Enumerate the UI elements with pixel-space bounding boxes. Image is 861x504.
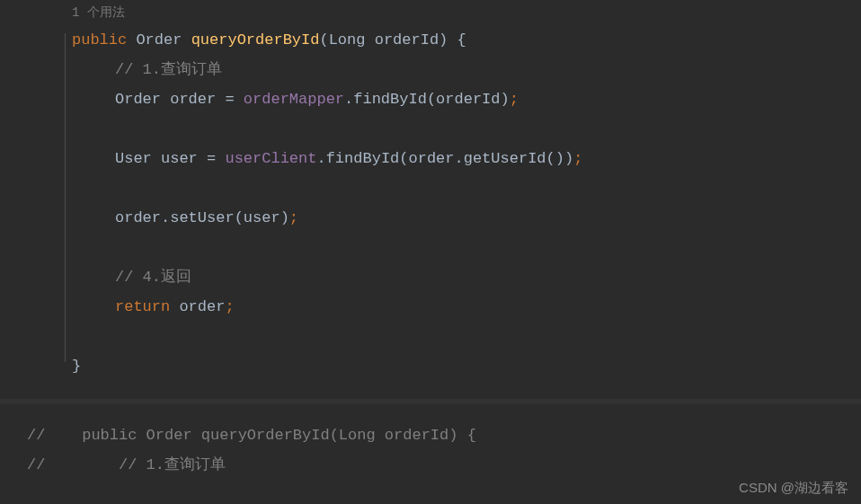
- code-line: order.setUser(user);: [0, 203, 861, 233]
- paren: (: [235, 209, 244, 226]
- local-type: User: [115, 150, 152, 167]
- code-line: // 4.返回: [0, 262, 861, 292]
- paren: (: [399, 150, 408, 167]
- dot: .: [344, 91, 353, 108]
- field-ref: userClient: [225, 150, 316, 167]
- return-type: Order: [136, 31, 182, 49]
- param-name: orderId: [375, 31, 439, 49]
- semicolon: ;: [573, 150, 582, 167]
- blank-line: [0, 114, 861, 144]
- paren: ): [501, 91, 510, 108]
- eq: =: [198, 150, 226, 167]
- method-call: findById: [326, 150, 400, 167]
- return-var: order: [179, 298, 225, 315]
- dot: .: [161, 209, 170, 226]
- method-separator: [0, 399, 861, 404]
- method-call: findById: [353, 91, 427, 108]
- param-type: Long: [329, 31, 366, 49]
- local-var: order: [170, 91, 216, 108]
- local-type: Order: [115, 91, 161, 108]
- semicolon: ;: [289, 209, 298, 226]
- usage-hint[interactable]: 1 个用法: [0, 0, 861, 25]
- code-line-commented: // // 1.查询订单: [0, 450, 861, 480]
- paren: (: [427, 91, 436, 108]
- commented-code: // public Order queryOrderById(Long orde…: [27, 427, 476, 444]
- eq: =: [216, 91, 244, 108]
- field-ref: orderMapper: [244, 91, 344, 108]
- code-line-commented: // public Order queryOrderById(Long orde…: [0, 420, 861, 450]
- comment-cn: 返回: [161, 269, 191, 286]
- indent-guide: [65, 33, 66, 362]
- blank-line: [0, 233, 861, 262]
- comment: // 1.: [115, 61, 161, 78]
- paren: ()): [546, 150, 574, 167]
- semicolon: ;: [510, 91, 519, 108]
- code-line: Order order = orderMapper.findById(order…: [0, 84, 861, 114]
- method-name: queryOrderById: [191, 31, 320, 49]
- paren: (: [319, 31, 328, 49]
- arg-obj: order: [409, 150, 455, 167]
- semicolon: ;: [225, 298, 234, 315]
- arg-method: getUserId: [464, 150, 546, 167]
- keyword-return: return: [115, 298, 170, 315]
- code-line: public Order queryOrderById(Long orderId…: [0, 25, 861, 55]
- blank-line: [0, 322, 861, 351]
- code-line: }: [0, 351, 861, 381]
- obj-ref: order: [115, 209, 161, 226]
- local-var: user: [161, 150, 198, 167]
- method-call: setUser: [170, 209, 234, 226]
- watermark: CSDN @湖边看客: [739, 480, 848, 497]
- paren: ): [280, 209, 289, 226]
- brace-close: }: [72, 358, 81, 375]
- code-line: // 1.查询订单: [0, 55, 861, 84]
- dot: .: [455, 150, 464, 167]
- arg: user: [244, 209, 280, 226]
- keyword-public: public: [72, 31, 127, 49]
- code-line: return order;: [0, 292, 861, 322]
- brace: {: [448, 31, 466, 49]
- commented-code: // // 1.: [27, 456, 164, 473]
- commented-code-cn: 查询订单: [164, 456, 226, 473]
- arg: orderId: [436, 91, 500, 108]
- blank-line: [0, 173, 861, 203]
- comment-cn: 查询订单: [161, 61, 222, 78]
- code-line: User user = userClient.findById(order.ge…: [0, 144, 861, 173]
- comment: // 4.: [115, 269, 161, 286]
- code-editor[interactable]: 1 个用法 public Order queryOrderById(Long o…: [0, 0, 861, 480]
- paren: ): [439, 31, 448, 49]
- dot: .: [316, 150, 325, 167]
